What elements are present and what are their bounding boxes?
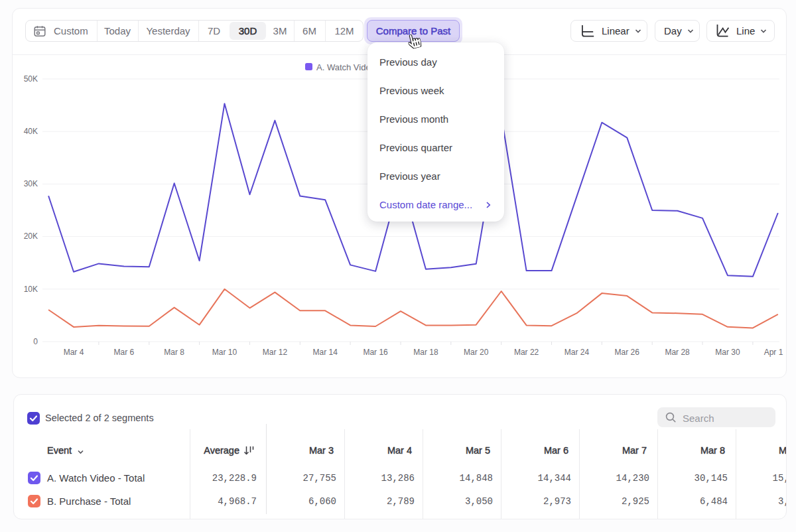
svg-text:Mar 24: Mar 24 <box>564 348 590 357</box>
svg-text:10K: 10K <box>24 285 38 294</box>
svg-text:Mar 16: Mar 16 <box>363 348 388 357</box>
svg-text:Mar 28: Mar 28 <box>665 348 690 357</box>
svg-text:Apr 1: Apr 1 <box>764 348 783 357</box>
svg-text:Mar 22: Mar 22 <box>514 348 539 357</box>
svg-text:20K: 20K <box>24 232 38 241</box>
svg-text:Mar 6: Mar 6 <box>114 348 135 357</box>
svg-text:Mar 20: Mar 20 <box>464 348 489 357</box>
svg-text:Mar 4: Mar 4 <box>64 348 84 357</box>
svg-text:Mar 14: Mar 14 <box>313 348 338 357</box>
svg-text:50K: 50K <box>24 74 38 84</box>
svg-text:0: 0 <box>33 337 38 346</box>
svg-text:Mar 18: Mar 18 <box>413 348 438 357</box>
svg-text:Mar 10: Mar 10 <box>212 348 237 357</box>
svg-text:Mar 30: Mar 30 <box>715 348 740 357</box>
svg-text:30K: 30K <box>24 179 38 188</box>
svg-text:Mar 26: Mar 26 <box>615 348 640 357</box>
svg-text:Mar 8: Mar 8 <box>164 348 184 357</box>
svg-text:40K: 40K <box>24 127 38 136</box>
svg-text:Mar 12: Mar 12 <box>263 348 288 357</box>
